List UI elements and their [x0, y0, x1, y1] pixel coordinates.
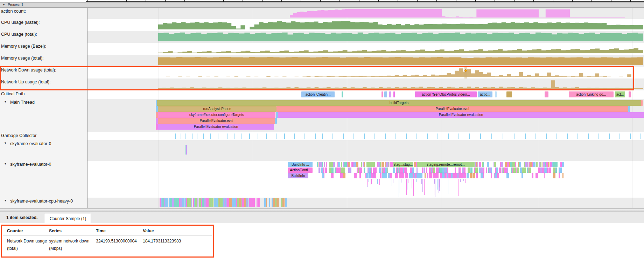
gc-tick[interactable] — [304, 134, 304, 139]
slice[interactable] — [545, 91, 548, 97]
trace-sliver[interactable] — [470, 173, 472, 178]
gc-tick[interactable] — [266, 134, 267, 139]
trace-sliver[interactable] — [249, 198, 252, 207]
trace-sliver[interactable] — [533, 162, 536, 167]
trace-sliver[interactable] — [432, 167, 433, 173]
trace-sliver[interactable] — [487, 162, 489, 167]
trace-sliver[interactable] — [512, 167, 513, 173]
trace-sliver[interactable] — [285, 198, 287, 207]
trace-sliver[interactable] — [257, 198, 258, 207]
gc-tick[interactable] — [588, 134, 589, 139]
slice[interactable] — [389, 91, 391, 97]
process-group-header[interactable]: ▾ Process 1 — [0, 2, 644, 8]
trace-sliver[interactable] — [520, 162, 521, 167]
trace-sliver[interactable] — [429, 173, 430, 178]
trace-sliver[interactable] — [191, 198, 192, 207]
trace-sliver[interactable] — [472, 173, 475, 178]
gc-tick[interactable] — [227, 134, 227, 139]
counter-chart-net-up[interactable] — [158, 80, 643, 89]
trace-sliver[interactable] — [479, 162, 481, 167]
trace-sliver[interactable] — [553, 173, 555, 178]
trace-sliver[interactable] — [494, 162, 496, 167]
trace-sliver[interactable] — [182, 198, 184, 207]
slice-parallel-evaluator-evaluation[interactable]: Parallel Evaluator evaluation — [278, 112, 644, 118]
trace-sliver[interactable] — [414, 173, 415, 178]
trace-sliver[interactable] — [470, 167, 472, 173]
trace-sliver[interactable] — [206, 198, 208, 207]
trace-sliver[interactable] — [562, 173, 564, 178]
trace-sliver[interactable] — [433, 173, 435, 178]
slice-stag-stag-[interactable]: stag...stag... — [393, 162, 413, 167]
gc-tick[interactable] — [258, 134, 258, 139]
gc-tick[interactable] — [181, 134, 181, 139]
trace-sliver[interactable] — [559, 173, 560, 178]
trace-sliver[interactable] — [258, 198, 260, 207]
slice-parallel-evaluator-evaluation[interactable]: Parallel Evaluator evaluation — [158, 124, 274, 130]
gc-tick[interactable] — [374, 134, 375, 139]
trace-sliver[interactable] — [384, 173, 387, 178]
trace-sliver[interactable] — [319, 162, 321, 167]
trace-sliver[interactable] — [402, 173, 404, 178]
sidebar-item-cpu-total[interactable]: CPU usage (total): — [1, 32, 37, 37]
trace-sliver[interactable] — [368, 167, 368, 173]
trace-sliver[interactable] — [357, 167, 358, 173]
gc-tick[interactable] — [438, 134, 438, 139]
gc-tick[interactable] — [598, 134, 599, 139]
gc-tick[interactable] — [396, 134, 396, 139]
trace-sliver[interactable] — [437, 167, 439, 173]
trace-sliver[interactable] — [252, 198, 254, 207]
sidebar-item-action-count[interactable]: action count: — [1, 9, 26, 14]
trace-sliver[interactable] — [538, 167, 540, 173]
trace-sliver[interactable] — [499, 167, 501, 173]
table-row[interactable]: Network Down usage (total) system networ… — [3, 235, 212, 252]
trace-sliver[interactable] — [427, 173, 428, 178]
track-stripe-skyframe-evaluator-0a[interactable] — [88, 140, 644, 161]
trace-sliver[interactable] — [491, 173, 492, 178]
trace-sliver[interactable] — [162, 198, 164, 207]
trace-sliver[interactable] — [364, 162, 365, 167]
trace-sliver[interactable] — [510, 162, 512, 167]
trace-sliver[interactable] — [344, 162, 347, 167]
trace-sliver[interactable] — [160, 198, 161, 207]
counter-chart-mem-bazel[interactable] — [158, 44, 643, 53]
trace-sliver[interactable] — [507, 167, 508, 173]
trace-sliver[interactable] — [544, 173, 545, 178]
trace-sliver[interactable] — [560, 162, 562, 167]
counter-chart-action-count[interactable] — [290, 9, 625, 18]
tab-counter-sample[interactable]: Counter Sample (1) — [45, 214, 91, 223]
trace-sliver[interactable] — [425, 173, 426, 178]
trace-sliver[interactable] — [530, 162, 532, 167]
gc-tick[interactable] — [354, 134, 354, 139]
trace-sliver[interactable] — [460, 173, 462, 178]
trace-sliver[interactable] — [556, 162, 558, 167]
trace-sliver[interactable] — [448, 173, 451, 178]
trace-sliver[interactable] — [378, 162, 380, 167]
trace-sliver[interactable] — [374, 167, 377, 173]
slice-action-creatin-[interactable]: action 'Creatin... — [301, 91, 335, 97]
trace-sliver[interactable] — [540, 162, 541, 167]
gc-tick[interactable] — [620, 134, 620, 139]
gc-tick[interactable] — [364, 134, 365, 139]
trace-sliver[interactable] — [512, 162, 515, 167]
trace-sliver[interactable] — [380, 173, 382, 178]
trace-sliver[interactable] — [273, 198, 275, 207]
gc-tick[interactable] — [175, 134, 176, 139]
sidebar-item-main-thread[interactable]: Main Thread — [10, 100, 35, 105]
slice-act-[interactable]: act... — [615, 91, 625, 97]
trace-sliver[interactable] — [439, 167, 441, 173]
trace-sliver[interactable] — [386, 162, 388, 167]
trace-sliver[interactable] — [390, 173, 392, 178]
trace-sliver[interactable] — [517, 167, 519, 173]
slice[interactable] — [629, 91, 631, 97]
panel-splitter[interactable] — [0, 208, 644, 212]
trace-sliver[interactable] — [483, 167, 484, 173]
trace-sliver[interactable] — [476, 162, 477, 167]
gc-tick[interactable] — [427, 134, 428, 139]
trace-sliver[interactable] — [348, 162, 350, 167]
sidebar-item-net-up[interactable]: Network Up usage (total): — [1, 80, 51, 84]
evaluator-marker[interactable] — [186, 145, 187, 155]
trace-sliver[interactable] — [410, 167, 412, 173]
trace-sliver[interactable] — [474, 167, 475, 173]
gc-tick[interactable] — [210, 134, 211, 139]
trace-sliver[interactable] — [321, 167, 323, 173]
